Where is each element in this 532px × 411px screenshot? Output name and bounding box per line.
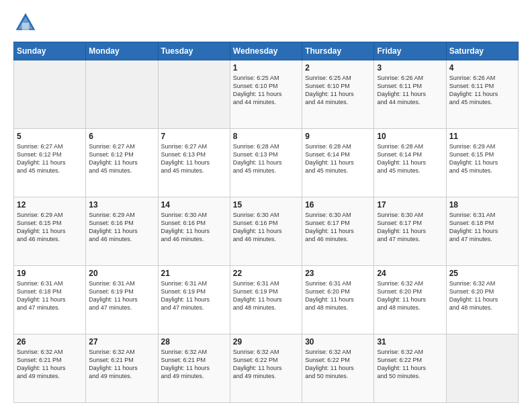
- day-number: 4: [449, 63, 515, 73]
- day-info: Sunrise: 6:32 AM Sunset: 6:21 PM Dayligh…: [161, 348, 227, 381]
- day-number: 6: [89, 132, 154, 141]
- calendar-cell: [86, 60, 158, 129]
- header: [13, 11, 519, 35]
- day-number: 27: [89, 337, 154, 347]
- day-info: Sunrise: 6:31 AM Sunset: 6:19 PM Dayligh…: [89, 279, 154, 312]
- day-number: 18: [449, 200, 515, 210]
- day-number: 20: [89, 269, 154, 278]
- calendar-cell: 30Sunrise: 6:32 AM Sunset: 6:22 PM Dayli…: [302, 334, 374, 403]
- day-info: Sunrise: 6:27 AM Sunset: 6:13 PM Dayligh…: [161, 142, 227, 175]
- day-number: 3: [377, 63, 443, 73]
- day-info: Sunrise: 6:32 AM Sunset: 6:20 PM Dayligh…: [449, 279, 515, 312]
- day-header-thursday: Thursday: [302, 42, 374, 60]
- day-info: Sunrise: 6:28 AM Sunset: 6:14 PM Dayligh…: [305, 142, 371, 175]
- calendar-cell: 29Sunrise: 6:32 AM Sunset: 6:22 PM Dayli…: [230, 334, 302, 403]
- day-info: Sunrise: 6:32 AM Sunset: 6:22 PM Dayligh…: [233, 348, 299, 381]
- day-info: Sunrise: 6:29 AM Sunset: 6:15 PM Dayligh…: [449, 142, 515, 175]
- day-number: 10: [377, 132, 443, 141]
- day-number: 16: [305, 200, 371, 210]
- day-info: Sunrise: 6:32 AM Sunset: 6:22 PM Dayligh…: [305, 348, 371, 381]
- calendar-cell: 20Sunrise: 6:31 AM Sunset: 6:19 PM Dayli…: [86, 266, 158, 334]
- calendar-cell: 7Sunrise: 6:27 AM Sunset: 6:13 PM Daylig…: [158, 129, 230, 197]
- page: SundayMondayTuesdayWednesdayThursdayFrid…: [0, 0, 532, 411]
- day-info: Sunrise: 6:31 AM Sunset: 6:20 PM Dayligh…: [305, 279, 371, 312]
- calendar-cell: 21Sunrise: 6:31 AM Sunset: 6:19 PM Dayli…: [158, 266, 230, 334]
- day-number: 2: [305, 63, 371, 73]
- calendar-week-row: 1Sunrise: 6:25 AM Sunset: 6:10 PM Daylig…: [14, 60, 519, 129]
- day-number: 21: [161, 269, 227, 278]
- day-info: Sunrise: 6:30 AM Sunset: 6:17 PM Dayligh…: [305, 211, 371, 244]
- calendar-cell: 27Sunrise: 6:32 AM Sunset: 6:21 PM Dayli…: [86, 334, 158, 403]
- calendar-cell: 22Sunrise: 6:31 AM Sunset: 6:19 PM Dayli…: [230, 266, 302, 334]
- day-info: Sunrise: 6:32 AM Sunset: 6:21 PM Dayligh…: [89, 348, 154, 381]
- calendar-week-row: 5Sunrise: 6:27 AM Sunset: 6:12 PM Daylig…: [14, 129, 519, 197]
- calendar-cell: 2Sunrise: 6:25 AM Sunset: 6:10 PM Daylig…: [302, 60, 374, 129]
- day-header-tuesday: Tuesday: [158, 42, 230, 60]
- day-number: 15: [233, 200, 299, 210]
- day-number: 29: [233, 337, 299, 347]
- day-number: 28: [161, 337, 227, 347]
- calendar-cell: 8Sunrise: 6:28 AM Sunset: 6:13 PM Daylig…: [230, 129, 302, 197]
- calendar-cell: 11Sunrise: 6:29 AM Sunset: 6:15 PM Dayli…: [446, 129, 518, 197]
- day-number: 8: [233, 132, 299, 141]
- calendar-table: SundayMondayTuesdayWednesdayThursdayFrid…: [13, 42, 519, 403]
- day-number: 17: [377, 200, 443, 210]
- day-number: 19: [17, 269, 83, 278]
- day-header-saturday: Saturday: [446, 42, 518, 60]
- day-number: 5: [17, 132, 83, 141]
- calendar-cell: 17Sunrise: 6:30 AM Sunset: 6:17 PM Dayli…: [374, 197, 446, 266]
- day-number: 12: [17, 200, 83, 210]
- day-info: Sunrise: 6:27 AM Sunset: 6:12 PM Dayligh…: [17, 142, 83, 175]
- day-header-sunday: Sunday: [14, 42, 86, 60]
- day-number: 31: [377, 337, 443, 347]
- calendar-cell: 24Sunrise: 6:32 AM Sunset: 6:20 PM Dayli…: [374, 266, 446, 334]
- day-info: Sunrise: 6:25 AM Sunset: 6:10 PM Dayligh…: [233, 74, 299, 107]
- day-number: 26: [17, 337, 83, 347]
- day-number: 25: [449, 269, 515, 278]
- day-info: Sunrise: 6:26 AM Sunset: 6:11 PM Dayligh…: [449, 74, 515, 107]
- calendar-week-row: 19Sunrise: 6:31 AM Sunset: 6:18 PM Dayli…: [14, 266, 519, 334]
- svg-rect-2: [22, 23, 30, 30]
- calendar-cell: 9Sunrise: 6:28 AM Sunset: 6:14 PM Daylig…: [302, 129, 374, 197]
- calendar-cell: 15Sunrise: 6:30 AM Sunset: 6:16 PM Dayli…: [230, 197, 302, 266]
- day-number: 30: [305, 337, 371, 347]
- logo: [13, 11, 40, 35]
- day-header-wednesday: Wednesday: [230, 42, 302, 60]
- calendar-cell: 1Sunrise: 6:25 AM Sunset: 6:10 PM Daylig…: [230, 60, 302, 129]
- day-number: 24: [377, 269, 443, 278]
- day-info: Sunrise: 6:31 AM Sunset: 6:18 PM Dayligh…: [17, 279, 83, 312]
- day-info: Sunrise: 6:31 AM Sunset: 6:19 PM Dayligh…: [233, 279, 299, 312]
- calendar-cell: 14Sunrise: 6:30 AM Sunset: 6:16 PM Dayli…: [158, 197, 230, 266]
- calendar-cell: 16Sunrise: 6:30 AM Sunset: 6:17 PM Dayli…: [302, 197, 374, 266]
- calendar-cell: 12Sunrise: 6:29 AM Sunset: 6:15 PM Dayli…: [14, 197, 86, 266]
- day-info: Sunrise: 6:27 AM Sunset: 6:12 PM Dayligh…: [89, 142, 154, 175]
- calendar-cell: 19Sunrise: 6:31 AM Sunset: 6:18 PM Dayli…: [14, 266, 86, 334]
- day-info: Sunrise: 6:28 AM Sunset: 6:14 PM Dayligh…: [377, 142, 443, 175]
- day-info: Sunrise: 6:31 AM Sunset: 6:19 PM Dayligh…: [161, 279, 227, 312]
- calendar-week-row: 26Sunrise: 6:32 AM Sunset: 6:21 PM Dayli…: [14, 334, 519, 403]
- day-info: Sunrise: 6:32 AM Sunset: 6:21 PM Dayligh…: [17, 348, 83, 381]
- calendar-cell: [14, 60, 86, 129]
- day-info: Sunrise: 6:32 AM Sunset: 6:22 PM Dayligh…: [377, 348, 443, 381]
- calendar-cell: 6Sunrise: 6:27 AM Sunset: 6:12 PM Daylig…: [86, 129, 158, 197]
- calendar-cell: [158, 60, 230, 129]
- day-info: Sunrise: 6:31 AM Sunset: 6:18 PM Dayligh…: [449, 211, 515, 244]
- day-info: Sunrise: 6:32 AM Sunset: 6:20 PM Dayligh…: [377, 279, 443, 312]
- calendar-week-row: 12Sunrise: 6:29 AM Sunset: 6:15 PM Dayli…: [14, 197, 519, 266]
- calendar-cell: 18Sunrise: 6:31 AM Sunset: 6:18 PM Dayli…: [446, 197, 518, 266]
- day-info: Sunrise: 6:30 AM Sunset: 6:16 PM Dayligh…: [161, 211, 227, 244]
- calendar-cell: 13Sunrise: 6:29 AM Sunset: 6:16 PM Dayli…: [86, 197, 158, 266]
- day-header-monday: Monday: [86, 42, 158, 60]
- calendar-cell: 25Sunrise: 6:32 AM Sunset: 6:20 PM Dayli…: [446, 266, 518, 334]
- day-header-friday: Friday: [374, 42, 446, 60]
- day-info: Sunrise: 6:29 AM Sunset: 6:16 PM Dayligh…: [89, 211, 154, 244]
- calendar-cell: 3Sunrise: 6:26 AM Sunset: 6:11 PM Daylig…: [374, 60, 446, 129]
- calendar-cell: 4Sunrise: 6:26 AM Sunset: 6:11 PM Daylig…: [446, 60, 518, 129]
- day-info: Sunrise: 6:30 AM Sunset: 6:17 PM Dayligh…: [377, 211, 443, 244]
- day-info: Sunrise: 6:25 AM Sunset: 6:10 PM Dayligh…: [305, 74, 371, 107]
- day-info: Sunrise: 6:30 AM Sunset: 6:16 PM Dayligh…: [233, 211, 299, 244]
- day-info: Sunrise: 6:28 AM Sunset: 6:13 PM Dayligh…: [233, 142, 299, 175]
- calendar-cell: 10Sunrise: 6:28 AM Sunset: 6:14 PM Dayli…: [374, 129, 446, 197]
- day-number: 13: [89, 200, 154, 210]
- day-number: 22: [233, 269, 299, 278]
